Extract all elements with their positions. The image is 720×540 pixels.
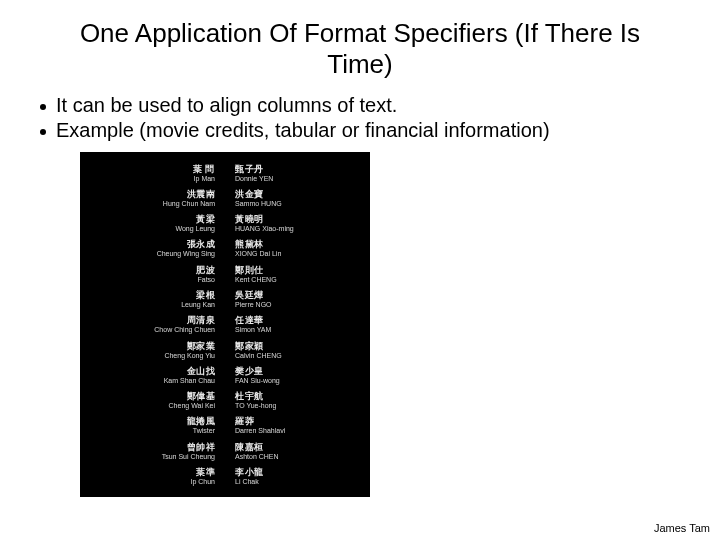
- bullet-item: It can be used to align columns of text.: [40, 94, 690, 117]
- credit-right: 熊黛林XIONG Dai Lin: [225, 240, 370, 257]
- credit-right: 甄子丹Donnie YEN: [225, 165, 370, 182]
- credit-left: 葉準Ip Chun: [80, 468, 225, 485]
- bullet-item: Example (movie credits, tabular or finan…: [40, 119, 690, 142]
- bullet-text: Example (movie credits, tabular or finan…: [56, 119, 550, 142]
- credit-row: 張永成Cheung Wing Sing熊黛林XIONG Dai Lin: [80, 240, 370, 257]
- credit-row: 葉 問Ip Man甄子丹Donnie YEN: [80, 165, 370, 182]
- credit-right: 鄭家穎Calvin CHENG: [225, 342, 370, 359]
- credit-right: 羅莽Darren Shahlavi: [225, 417, 370, 434]
- credit-row: 肥波Fatso鄭則仕Kent CHENG: [80, 266, 370, 283]
- credit-left: 金山找Kam Shan Chau: [80, 367, 225, 384]
- movie-credits-image: 葉 問Ip Man甄子丹Donnie YEN洪震南Hung Chun Nam洪金…: [80, 152, 370, 497]
- credit-row: 金山找Kam Shan Chau樊少皇FAN Siu-wong: [80, 367, 370, 384]
- credit-row: 黃梁Wong Leung黃曉明HUANG Xiao-ming: [80, 215, 370, 232]
- credit-left: 張永成Cheung Wing Sing: [80, 240, 225, 257]
- credit-row: 梁根Leung Kan吳廷燁Pierre NGO: [80, 291, 370, 308]
- credits-image-wrap: 葉 問Ip Man甄子丹Donnie YEN洪震南Hung Chun Nam洪金…: [80, 152, 690, 497]
- credit-right: 吳廷燁Pierre NGO: [225, 291, 370, 308]
- credit-left: 曾帥祥Tsun Sui Cheung: [80, 443, 225, 460]
- credit-left: 葉 問Ip Man: [80, 165, 225, 182]
- credit-left: 龍捲風Twister: [80, 417, 225, 434]
- slide: One Application Of Format Specifiers (If…: [0, 0, 720, 540]
- credit-left: 鄭家業Cheng Kong Yiu: [80, 342, 225, 359]
- credit-right: 陳嘉桓Ashton CHEN: [225, 443, 370, 460]
- credit-right: 黃曉明HUANG Xiao-ming: [225, 215, 370, 232]
- credit-right: 鄭則仕Kent CHENG: [225, 266, 370, 283]
- credit-left: 梁根Leung Kan: [80, 291, 225, 308]
- credit-row: 葉準Ip Chun李小龍Li Chak: [80, 468, 370, 485]
- credit-right: 杜宇航TO Yue-hong: [225, 392, 370, 409]
- credit-right: 任達華Simon YAM: [225, 316, 370, 333]
- credit-row: 曾帥祥Tsun Sui Cheung陳嘉桓Ashton CHEN: [80, 443, 370, 460]
- bullet-list: It can be used to align columns of text.…: [40, 94, 690, 142]
- credit-left: 黃梁Wong Leung: [80, 215, 225, 232]
- credit-right: 李小龍Li Chak: [225, 468, 370, 485]
- credit-left: 洪震南Hung Chun Nam: [80, 190, 225, 207]
- credit-right: 樊少皇FAN Siu-wong: [225, 367, 370, 384]
- bullet-text: It can be used to align columns of text.: [56, 94, 397, 117]
- slide-title: One Application Of Format Specifiers (If…: [70, 18, 650, 80]
- bullet-dot-icon: [40, 104, 46, 110]
- credit-left: 周清泉Chow Ching Chuen: [80, 316, 225, 333]
- credit-row: 龍捲風Twister羅莽Darren Shahlavi: [80, 417, 370, 434]
- credit-left: 鄭偉基Cheng Wai Kei: [80, 392, 225, 409]
- credit-right: 洪金寶Sammo HUNG: [225, 190, 370, 207]
- footer-author: James Tam: [654, 522, 710, 534]
- credit-row: 鄭偉基Cheng Wai Kei杜宇航TO Yue-hong: [80, 392, 370, 409]
- credit-row: 周清泉Chow Ching Chuen任達華Simon YAM: [80, 316, 370, 333]
- credit-row: 鄭家業Cheng Kong Yiu鄭家穎Calvin CHENG: [80, 342, 370, 359]
- credit-row: 洪震南Hung Chun Nam洪金寶Sammo HUNG: [80, 190, 370, 207]
- credit-left: 肥波Fatso: [80, 266, 225, 283]
- bullet-dot-icon: [40, 129, 46, 135]
